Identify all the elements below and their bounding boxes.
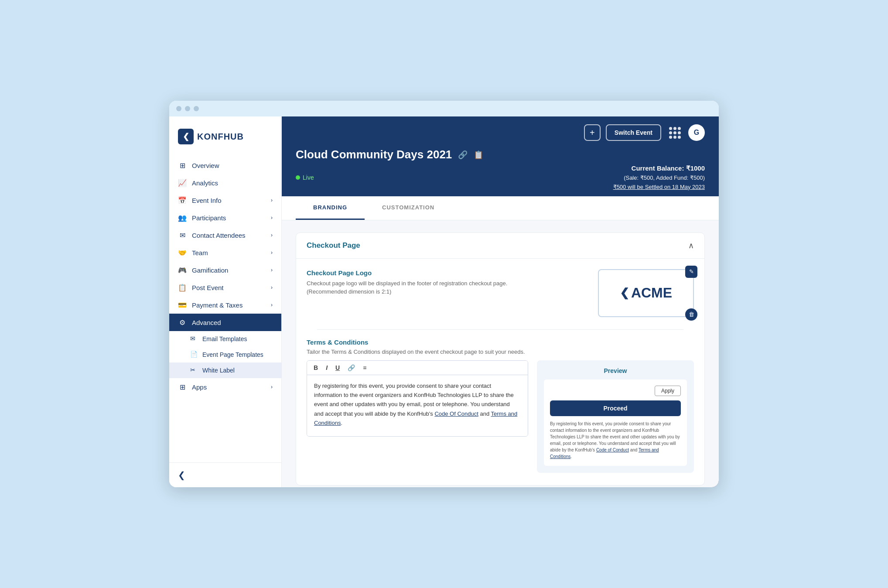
sidebar: ❮ KONFHUB ⊞ Overview 📈 Analytics 📅 Event… <box>169 116 282 487</box>
browser-dot-2 <box>185 106 190 111</box>
event-page-templates-icon: 📄 <box>190 351 198 359</box>
sidebar-item-overview[interactable]: ⊞ Overview <box>169 157 281 174</box>
payment-chevron: › <box>271 302 273 308</box>
link-icon-button[interactable]: 🔗 <box>458 150 468 160</box>
checkout-page-section: Checkout Page ∧ Checkout Page Logo Check… <box>296 232 705 485</box>
top-actions: + Switch Event G <box>296 124 705 141</box>
logo-preview-box: ❮ ACME ✎ 🗑 <box>598 269 694 317</box>
add-button[interactable]: + <box>584 124 601 141</box>
payment-taxes-icon: 💳 <box>178 301 187 309</box>
underline-button[interactable]: U <box>333 363 342 372</box>
preview-apply-button[interactable]: Apply <box>655 386 681 396</box>
user-avatar-button[interactable]: G <box>688 124 705 141</box>
bold-button[interactable]: B <box>311 363 320 372</box>
advanced-icon: ⚙ <box>178 318 187 327</box>
logo-edit-button[interactable]: ✎ <box>685 266 697 278</box>
apps-icon: ⊞ <box>178 383 187 391</box>
sidebar-sub-email-templates[interactable]: ✉ Email Templates <box>169 331 281 347</box>
code-of-conduct-link[interactable]: Code Of Conduct <box>434 410 478 417</box>
italic-button[interactable]: I <box>324 363 330 372</box>
grid-menu-button[interactable] <box>666 124 683 141</box>
event-title-row: Cloud Community Days 2021 🔗 📋 <box>296 148 705 161</box>
switch-event-button[interactable]: Switch Event <box>606 124 661 141</box>
contact-chevron: › <box>271 232 273 238</box>
team-icon: 🤝 <box>178 248 187 257</box>
status-badge: Live <box>296 174 314 181</box>
sidebar-item-apps[interactable]: ⊞ Apps › <box>169 378 281 396</box>
event-status-row: Live Current Balance: ₹1000 (Sale: ₹500,… <box>296 163 705 196</box>
status-dot <box>296 175 300 180</box>
gamification-icon: 🎮 <box>178 266 187 274</box>
sidebar-item-payment-taxes[interactable]: 💳 Payment & Taxes › <box>169 296 281 314</box>
checkout-logo-info: Checkout Page Logo Checkout page logo wi… <box>307 269 581 296</box>
sidebar-item-participants[interactable]: 👥 Participants › <box>169 209 281 226</box>
terms-conditions-link[interactable]: Terms and Conditions <box>314 410 517 426</box>
participants-chevron: › <box>271 215 273 221</box>
white-label-icon: ✂ <box>190 366 198 374</box>
sidebar-item-analytics[interactable]: 📈 Analytics <box>169 174 281 191</box>
section-body: Checkout Page Logo Checkout page logo wi… <box>296 258 704 485</box>
grid-dots-icon <box>669 127 681 139</box>
sidebar-sub-event-page-templates[interactable]: 📄 Event Page Templates <box>169 347 281 362</box>
sidebar-item-event-info[interactable]: 📅 Event Info › <box>169 191 281 209</box>
logo-field-rec: (Recommended dimension is 2:1) <box>307 287 581 296</box>
browser-dot-1 <box>176 106 181 111</box>
apps-chevron: › <box>271 384 273 390</box>
copy-icon-button[interactable]: 📋 <box>474 150 483 160</box>
top-header: + Switch Event G Cloud Community Days 20… <box>282 116 719 196</box>
preview-title: Preview <box>544 367 687 374</box>
terms-label: Terms & Conditions <box>307 338 694 346</box>
logo-text: KONFHUB <box>197 132 244 142</box>
logo-acme-text: ACME <box>631 285 672 301</box>
collapse-icon: ❮ <box>178 470 185 480</box>
event-title: Cloud Community Days 2021 <box>296 148 452 161</box>
rich-editor: B I U 🔗 ≡ By registering for this event,… <box>307 360 528 437</box>
sidebar-sub-white-label[interactable]: ✂ White Label <box>169 362 281 378</box>
email-templates-icon: ✉ <box>190 335 198 343</box>
sidebar-item-contact-attendees[interactable]: ✉ Contact Attendees › <box>169 226 281 244</box>
list-button[interactable]: ≡ <box>361 363 369 372</box>
preview-terms-text: By registering for this event, you provi… <box>550 420 681 460</box>
tab-customization[interactable]: CUSTOMIZATION <box>365 196 452 220</box>
editor-preview-row: B I U 🔗 ≡ By registering for this event,… <box>307 360 694 473</box>
browser-top-bar <box>169 101 719 116</box>
sidebar-item-advanced[interactable]: ⚙ Advanced <box>169 314 281 331</box>
status-text: Live <box>303 174 314 181</box>
section-header[interactable]: Checkout Page ∧ <box>296 233 704 258</box>
logo-preview-text: ❮ ACME <box>620 285 672 301</box>
tab-branding[interactable]: BRANDING <box>296 196 365 220</box>
section-chevron-icon: ∧ <box>688 241 694 250</box>
logo-delete-button[interactable]: 🗑 <box>685 308 697 321</box>
logo-field-desc: Checkout page logo will be displayed in … <box>307 279 581 288</box>
nav-list: ⊞ Overview 📈 Analytics 📅 Event Info › 👥 … <box>169 153 281 462</box>
main-content: + Switch Event G Cloud Community Days 20… <box>282 116 719 487</box>
editor-body[interactable]: By registering for this event, you provi… <box>307 375 528 436</box>
preview-inner: Apply Proceed By registering for this ev… <box>544 379 687 466</box>
preview-proceed-button[interactable]: Proceed <box>550 400 681 416</box>
analytics-icon: 📈 <box>178 178 187 187</box>
contact-attendees-icon: ✉ <box>178 231 187 239</box>
event-info-icon: 📅 <box>178 196 187 205</box>
gamification-chevron: › <box>271 267 273 273</box>
terms-desc: Tailor the Terms & Conditions displayed … <box>307 349 694 355</box>
preview-code-of-conduct-link[interactable]: Code of Conduct <box>596 448 629 452</box>
balance-settle: ₹500 will be Settled on 18 May 2023 <box>613 183 705 192</box>
sidebar-item-gamification[interactable]: 🎮 Gamification › <box>169 261 281 279</box>
overview-icon: ⊞ <box>178 161 187 170</box>
section-title: Checkout Page <box>307 241 360 250</box>
terms-section: Terms & Conditions Tailor the Terms & Co… <box>307 338 694 473</box>
browser-dot-3 <box>194 106 199 111</box>
balance-detail: (Sale: ₹500, Added Fund: ₹500) <box>613 174 705 183</box>
sidebar-collapse-btn[interactable]: ❮ <box>169 462 281 487</box>
post-event-chevron: › <box>271 284 273 291</box>
logo-area: ❮ KONFHUB <box>169 116 281 153</box>
balance-main: Current Balance: ₹1000 <box>613 163 705 174</box>
balance-info: Current Balance: ₹1000 (Sale: ₹500, Adde… <box>613 163 705 192</box>
tabs-bar: BRANDING CUSTOMIZATION <box>282 196 719 220</box>
post-event-icon: 📋 <box>178 283 187 292</box>
preview-box: Preview Apply Proceed By registering for… <box>537 360 694 473</box>
sidebar-item-team[interactable]: 🤝 Team › <box>169 244 281 261</box>
sidebar-item-post-event[interactable]: 📋 Post Event › <box>169 279 281 296</box>
logo-field-label: Checkout Page Logo <box>307 269 581 277</box>
link-button[interactable]: 🔗 <box>345 363 357 372</box>
